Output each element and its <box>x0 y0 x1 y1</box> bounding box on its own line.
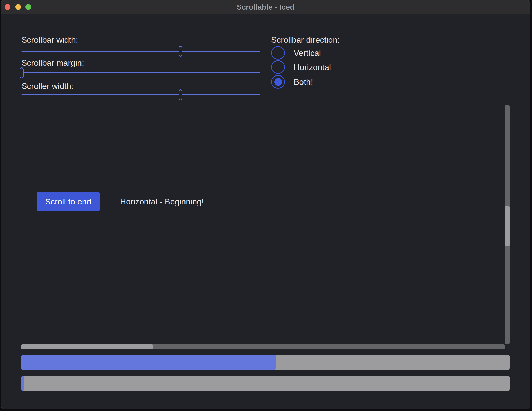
horizontal-scrollbar-rail[interactable] <box>21 344 505 349</box>
scroll-progress-bar-y <box>21 376 510 391</box>
radio-horizontal[interactable] <box>271 60 285 74</box>
titlebar: Scrollable - Iced <box>1 0 530 14</box>
radio-both[interactable] <box>271 75 285 89</box>
scroll-progress-bar-x <box>21 355 510 370</box>
scroll-to-end-button[interactable]: Scroll to end <box>37 192 100 211</box>
scrollbar-width-slider-handle[interactable] <box>179 46 182 57</box>
radio-horizontal-label[interactable]: Horizontal <box>294 62 331 73</box>
scroll-progress-fill-y <box>21 376 24 391</box>
radio-vertical[interactable] <box>271 46 285 60</box>
scrollbar-direction-label: Scrollbar direction: <box>271 34 340 45</box>
scroll-progress-fill-x <box>21 355 276 370</box>
radio-dot-icon <box>274 78 282 86</box>
scrollbar-margin-label: Scrollbar margin: <box>21 57 84 68</box>
radio-vertical-label[interactable]: Vertical <box>294 48 321 58</box>
scrollbar-width-slider[interactable] <box>21 51 260 52</box>
scroller-width-slider[interactable] <box>21 94 260 95</box>
scrollbar-width-label: Scrollbar width: <box>21 34 78 45</box>
scroller-width-label: Scroller width: <box>21 81 73 92</box>
vertical-scrollbar-rail[interactable] <box>505 105 510 344</box>
close-button[interactable] <box>5 4 10 10</box>
horizontal-scrollbar-thumb[interactable] <box>21 344 153 349</box>
vertical-scrollbar-thumb[interactable] <box>505 206 510 246</box>
horizontal-status-text: Horizontal - Beginning! <box>120 196 204 207</box>
scrollbar-margin-slider-handle[interactable] <box>20 67 24 78</box>
scroller-width-slider-handle[interactable] <box>179 89 182 100</box>
zoom-button[interactable] <box>25 4 31 10</box>
scrollbar-margin-slider[interactable] <box>21 72 260 73</box>
minimize-button[interactable] <box>15 4 21 10</box>
window-title: Scrollable - Iced <box>237 3 294 11</box>
radio-both-label[interactable]: Both! <box>294 77 313 87</box>
app-window: Scrollable - Iced Scrollbar width: Scrol… <box>1 0 530 409</box>
